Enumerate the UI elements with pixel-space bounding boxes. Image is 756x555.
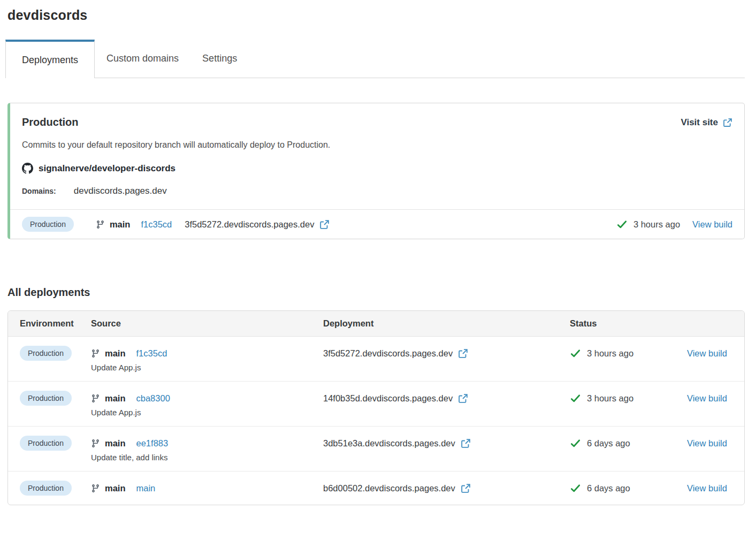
check-icon xyxy=(570,438,581,449)
status-time: 3 hours ago xyxy=(587,348,633,359)
commit-link[interactable]: cba8300 xyxy=(136,393,170,404)
production-card-description: Commits to your default repository branc… xyxy=(22,140,732,150)
check-icon xyxy=(570,393,581,404)
git-branch-icon xyxy=(91,394,100,403)
tab-deployments-label: Deployments xyxy=(22,55,78,66)
all-deployments-title: All deployments xyxy=(7,286,745,299)
view-build-link[interactable]: View build xyxy=(687,348,727,359)
table-row: Production main f1c35cd Update App.js 3f… xyxy=(8,337,744,381)
commit-link[interactable]: f1c35cd xyxy=(141,219,172,230)
branch-name: main xyxy=(105,348,126,359)
visit-site-link[interactable]: Visit site xyxy=(681,117,732,128)
external-link-icon xyxy=(461,438,471,448)
deployments-table: Environment Source Deployment Status Pro… xyxy=(7,310,745,505)
environment-badge: Production xyxy=(20,481,72,496)
view-build-link[interactable]: View build xyxy=(687,393,727,404)
table-row: Production main ee1f883 Update title, ad… xyxy=(8,426,744,471)
github-icon xyxy=(22,163,33,174)
external-link-icon xyxy=(458,348,468,359)
deployment-url-text: 3f5d5272.devdiscords.pages.dev xyxy=(185,219,314,230)
environment-badge: Production xyxy=(22,217,74,232)
production-card-title: Production xyxy=(22,116,79,128)
external-link-icon xyxy=(461,483,471,493)
table-row: Production main main b6d00502.devdiscord… xyxy=(8,471,744,505)
git-branch-icon xyxy=(91,484,100,493)
branch-name: main xyxy=(110,219,131,230)
commit-link[interactable]: main xyxy=(136,483,156,493)
column-header-status: Status xyxy=(570,318,687,329)
page-title: devdiscords xyxy=(7,7,745,23)
deployment-url-text: 3db51e3a.devdiscords.pages.dev xyxy=(323,438,455,448)
production-card: Production Visit site Commits to your de… xyxy=(7,103,745,239)
deployment-url-link[interactable]: 3db51e3a.devdiscords.pages.dev xyxy=(323,438,471,448)
column-header-deployment: Deployment xyxy=(323,318,570,329)
visit-site-label: Visit site xyxy=(681,117,718,128)
external-link-icon xyxy=(723,118,732,127)
environment-badge: Production xyxy=(20,346,72,361)
commit-message: Update App.js xyxy=(91,408,141,417)
deployment-url-link[interactable]: 3f5d5272.devdiscords.pages.dev xyxy=(185,219,330,230)
check-icon xyxy=(570,348,581,359)
check-icon xyxy=(616,219,628,230)
commit-link[interactable]: ee1f883 xyxy=(136,438,169,448)
status-time: 3 hours ago xyxy=(633,219,680,230)
deployment-url-link[interactable]: 14f0b35d.devdiscords.pages.dev xyxy=(323,393,468,404)
domains-value: devdiscords.pages.dev xyxy=(74,186,167,196)
domains-label: Domains: xyxy=(22,187,56,195)
commit-message: Update title, add links xyxy=(91,453,167,462)
tab-settings-label: Settings xyxy=(202,53,237,64)
external-link-icon xyxy=(458,393,468,404)
git-branch-icon xyxy=(91,439,100,448)
status-time: 6 days ago xyxy=(587,438,630,448)
column-header-source: Source xyxy=(91,318,323,329)
status-time: 6 days ago xyxy=(587,483,630,493)
check-icon xyxy=(570,483,581,494)
tab-custom-domains[interactable]: Custom domains xyxy=(95,40,190,78)
tab-custom-domains-label: Custom domains xyxy=(106,53,179,64)
tab-deployments[interactable]: Deployments xyxy=(5,40,95,78)
environment-badge: Production xyxy=(20,391,72,406)
table-header-row: Environment Source Deployment Status xyxy=(8,311,744,337)
branch-name: main xyxy=(105,393,126,404)
commit-message: Update App.js xyxy=(91,363,141,372)
deployment-url-text: 3f5d5272.devdiscords.pages.dev xyxy=(323,348,453,359)
repository-link[interactable]: signalnerve/developer-discords xyxy=(39,163,175,174)
external-link-icon xyxy=(319,219,330,230)
view-build-link[interactable]: View build xyxy=(687,438,727,448)
branch-name: main xyxy=(105,438,126,448)
git-branch-icon xyxy=(96,220,105,229)
environment-badge: Production xyxy=(20,436,72,451)
view-build-link[interactable]: View build xyxy=(687,483,727,493)
deployment-url-link[interactable]: 3f5d5272.devdiscords.pages.dev xyxy=(323,348,468,359)
tab-bar: Deployments Custom domains Settings xyxy=(7,40,745,78)
deployment-url-text: 14f0b35d.devdiscords.pages.dev xyxy=(323,393,453,404)
view-build-link[interactable]: View build xyxy=(692,219,732,230)
branch-name: main xyxy=(105,483,126,493)
deployment-url-text: b6d00502.devdiscords.pages.dev xyxy=(323,483,455,493)
commit-link[interactable]: f1c35cd xyxy=(136,348,167,359)
column-header-environment: Environment xyxy=(20,318,91,329)
deployment-url-link[interactable]: b6d00502.devdiscords.pages.dev xyxy=(323,483,471,493)
table-row: Production main cba8300 Update App.js 14… xyxy=(8,381,744,426)
git-branch-icon xyxy=(91,349,100,358)
production-deployment-row: Production main f1c35cd 3f5d5272.devdisc… xyxy=(10,209,744,239)
status-time: 3 hours ago xyxy=(587,393,633,404)
tab-settings[interactable]: Settings xyxy=(190,40,249,78)
